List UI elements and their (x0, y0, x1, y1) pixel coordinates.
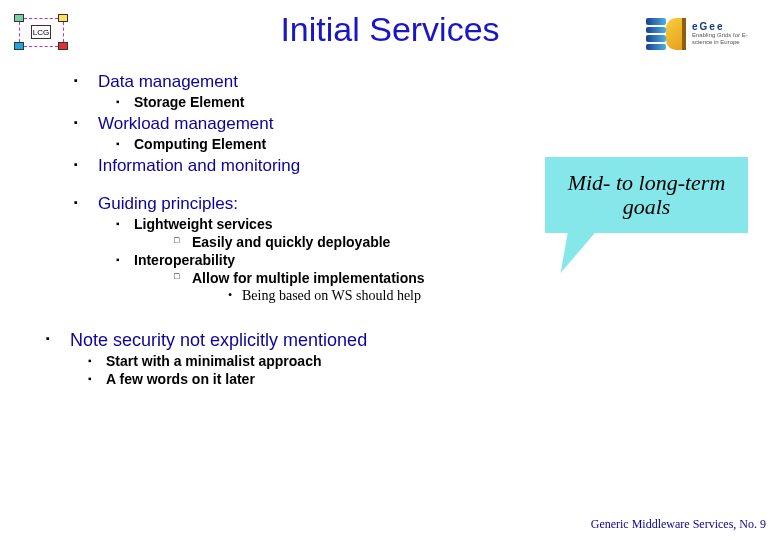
item-lightweight: Lightweight services (108, 216, 710, 232)
item-storage-element: Storage Element (108, 94, 710, 110)
item-interop: Interoperability (108, 252, 710, 268)
item-info-monitoring: Information and monitoring (70, 156, 710, 176)
item-note: Note security not explicitly mentioned (42, 330, 710, 351)
item-data-mgmt: Data management (70, 72, 710, 92)
item-ws-help: Being based on WS should help (220, 288, 710, 304)
item-computing-element: Computing Element (108, 136, 710, 152)
slide-title: Initial Services (0, 10, 780, 49)
footer-text: Generic Middleware Services, No. 9 (591, 517, 766, 532)
item-minimalist: Start with a minimalist approach (80, 353, 710, 369)
slide: LCG eGee Enabling Grids for E-science in… (0, 0, 780, 540)
item-guiding-principles: Guiding principles: (70, 194, 710, 214)
item-deployable: Easily and quickly deployable (166, 234, 710, 250)
slide-body: Data management Storage Element Workload… (70, 68, 710, 387)
item-workload-mgmt: Workload management (70, 114, 710, 134)
item-multi-impl: Allow for multiple implementations (166, 270, 710, 286)
item-few-words: A few words on it later (80, 371, 710, 387)
